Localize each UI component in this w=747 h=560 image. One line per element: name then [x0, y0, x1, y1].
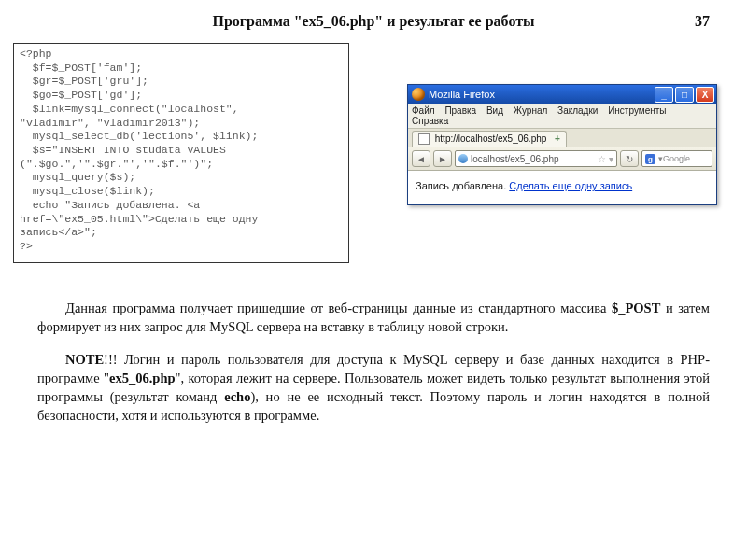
- p1-bold: $_POST: [612, 301, 660, 315]
- code-listing: <?php $f=$_POST['fam']; $gr=$_POST['gru'…: [13, 43, 349, 263]
- url-input[interactable]: localhost/ex5_06.php ☆ ▾: [455, 150, 617, 167]
- browser-tab[interactable]: http://localhost/ex5_06.php +: [412, 131, 567, 147]
- menu-history[interactable]: Журнал: [514, 105, 548, 116]
- url-text: localhost/ex5_06.php: [471, 154, 559, 164]
- google-icon: g: [645, 154, 655, 164]
- close-button[interactable]: X: [696, 87, 714, 103]
- search-placeholder-text: Google: [663, 154, 690, 163]
- reload-button[interactable]: ↻: [620, 150, 639, 167]
- menu-edit[interactable]: Правка: [444, 105, 476, 116]
- new-tab-button[interactable]: +: [555, 133, 560, 144]
- page-link[interactable]: Сделать еще одну запись: [509, 180, 632, 191]
- menubar: Файл Правка Вид Журнал Закладки Инструме…: [408, 104, 716, 129]
- forward-button[interactable]: ►: [433, 150, 452, 167]
- minimize-button[interactable]: _: [655, 87, 673, 103]
- url-suffix-icon: ☆ ▾: [598, 154, 613, 164]
- tab-label: http://localhost/ex5_06.php: [435, 133, 547, 144]
- window-title: Mozilla Firefox: [429, 89, 653, 100]
- p2-prog: ex5_06.php: [109, 371, 176, 385]
- p1-pre: Данная программа получает пришедшие от в…: [65, 301, 612, 315]
- globe-icon: [458, 154, 468, 163]
- page-number: 37: [695, 13, 710, 30]
- p2-note: NOTE: [65, 352, 104, 367]
- body-text: Данная программа получает пришедшие от в…: [37, 299, 710, 439]
- paragraph-1: Данная программа получает пришедшие от в…: [37, 299, 710, 337]
- tabbar: http://localhost/ex5_06.php +: [408, 129, 716, 147]
- favicon-icon: [418, 133, 430, 145]
- menu-bookmarks[interactable]: Закладки: [557, 105, 598, 116]
- back-button[interactable]: ◄: [412, 150, 430, 167]
- toolbar: ◄ ► localhost/ex5_06.php ☆ ▾ ↻ g ▾ Googl…: [408, 147, 716, 171]
- paragraph-2: NOTE!!! Логин и пароль пользователя для …: [37, 350, 710, 426]
- firefox-window: Mozilla Firefox _ □ X Файл Правка Вид Жу…: [407, 84, 717, 205]
- p2-echo: echo: [224, 389, 250, 404]
- titlebar: Mozilla Firefox _ □ X: [408, 85, 716, 104]
- firefox-icon: [412, 88, 425, 101]
- search-input[interactable]: g ▾ Google: [641, 150, 712, 167]
- slide-title: Программа "ex5_06.php" и результат ее ра…: [0, 13, 747, 30]
- page-content: Запись добавлена. Сделать еще одну запис…: [408, 171, 716, 204]
- menu-file[interactable]: Файл: [412, 105, 435, 116]
- menu-view[interactable]: Вид: [486, 105, 503, 116]
- menu-tools[interactable]: Инструменты: [608, 105, 666, 116]
- page-text: Запись добавлена.: [416, 180, 509, 191]
- maximize-button[interactable]: □: [675, 87, 694, 103]
- menu-help[interactable]: Справка: [412, 116, 448, 126]
